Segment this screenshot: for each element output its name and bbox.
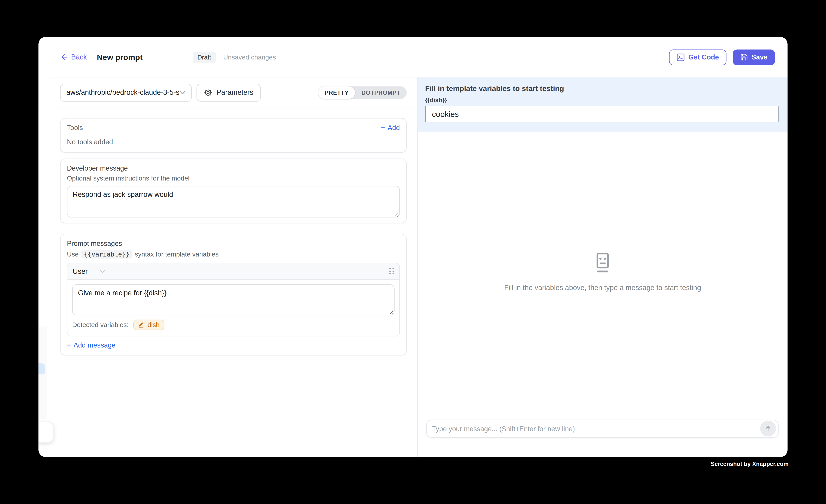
terminal-icon [676, 53, 685, 61]
prompt-messages-card: Prompt messages Use {{variable}} syntax … [60, 234, 407, 356]
clipped-sidebar-active-item [39, 363, 45, 374]
save-label: Save [752, 53, 767, 61]
gear-icon [204, 88, 212, 97]
model-toolbar: aws/anthropic/bedrock-claude-3-5-s... Pa… [39, 77, 417, 107]
prompt-messages-title: Prompt messages [67, 240, 400, 248]
message-body: Give me a recipe for {{dish}} Detected v… [67, 279, 399, 336]
variable-value-input[interactable] [425, 106, 779, 122]
screenshot-stage: Back New prompt Draft Unsaved changes Ge… [0, 0, 826, 504]
toggle-option-pretty[interactable]: PRETTY [318, 86, 355, 99]
detected-variables-row: Detected variables: dish [72, 320, 395, 330]
get-code-button[interactable]: Get Code [669, 49, 726, 65]
template-syntax-hint: Use {{variable}} syntax for template var… [67, 250, 400, 259]
role-select-value: User [73, 267, 88, 275]
message-block: User Give me a recipe for {{dish}} Detec… [67, 263, 400, 336]
chat-empty-state: Fill in the variables above, then type a… [418, 251, 787, 292]
toggle-option-dotprompt[interactable]: DOTPROMPT [355, 86, 407, 99]
developer-message-card: Developer message Optional system instru… [60, 159, 407, 223]
status-badge: Draft [193, 51, 216, 63]
detected-variables-label: Detected variables: [72, 321, 128, 328]
chevron-down-icon [180, 90, 185, 94]
parameters-button[interactable]: Parameters [196, 83, 261, 101]
save-icon [740, 53, 748, 61]
composer-divider [418, 412, 787, 412]
test-panel: Fill in template variables to start test… [417, 77, 787, 457]
chat-message-input[interactable] [432, 425, 760, 433]
watermark-text: Screenshot by Xnapper.com [711, 461, 789, 467]
tools-title: Tools [67, 124, 83, 132]
get-code-label: Get Code [689, 53, 719, 61]
back-button[interactable]: Back [60, 53, 87, 61]
app-window: Back New prompt Draft Unsaved changes Ge… [39, 37, 787, 457]
clipped-corner-card [39, 422, 54, 443]
add-tool-label: Add [388, 124, 400, 132]
variable-chip-dish[interactable]: dish [133, 320, 164, 330]
chevron-down-icon [99, 269, 105, 273]
chat-empty-text: Fill in the variables above, then type a… [504, 284, 701, 292]
role-select[interactable]: User [73, 267, 105, 275]
variables-header-title: Fill in template variables to start test… [425, 84, 778, 93]
tools-empty-text: No tools added [67, 138, 400, 146]
developer-message-title: Developer message [67, 165, 400, 172]
variable-syntax-chip: {{variable}} [81, 250, 132, 259]
prompt-editor-panel: Tools + Add No tools added Developer mes… [39, 107, 417, 457]
tools-card: Tools + Add No tools added [60, 118, 407, 153]
message-composer [426, 420, 778, 437]
unsaved-changes-note: Unsaved changes [223, 54, 276, 61]
arrow-up-icon [764, 425, 772, 432]
plus-icon: + [67, 341, 71, 349]
pencil-icon [138, 322, 144, 328]
parameters-label: Parameters [217, 88, 253, 96]
arrow-left-icon [60, 53, 68, 61]
variable-chip-label: dish [148, 321, 160, 328]
message-role-row: User [67, 263, 399, 279]
plus-icon: + [381, 124, 385, 132]
developer-message-textarea[interactable]: Respond as jack sparrow would [67, 186, 400, 217]
page-title: New prompt [97, 53, 142, 62]
hint-prefix: Use [67, 251, 78, 258]
model-select-value: aws/anthropic/bedrock-claude-3-5-s... [66, 88, 180, 96]
developer-message-subtitle: Optional system instructions for the mod… [67, 175, 400, 182]
view-mode-toggle: PRETTY DOTPROMPT [318, 86, 407, 99]
robot-face-icon [591, 251, 614, 275]
send-button[interactable] [760, 421, 776, 436]
add-tool-button[interactable]: + Add [381, 124, 400, 132]
header-bar: Back New prompt Draft Unsaved changes Ge… [39, 37, 787, 77]
hint-suffix: syntax for template variables [135, 251, 219, 258]
add-message-button[interactable]: + Add message [67, 341, 115, 349]
back-label: Back [71, 53, 87, 61]
variable-name-label: {{dish}} [425, 97, 778, 103]
save-button[interactable]: Save [732, 49, 775, 65]
variables-header: Fill in template variables to start test… [418, 77, 787, 132]
model-select[interactable]: aws/anthropic/bedrock-claude-3-5-s... [60, 83, 192, 101]
message-textarea[interactable]: Give me a recipe for {{dish}} [72, 284, 395, 315]
drag-handle-icon[interactable] [389, 268, 394, 274]
add-message-label: Add message [74, 341, 115, 349]
